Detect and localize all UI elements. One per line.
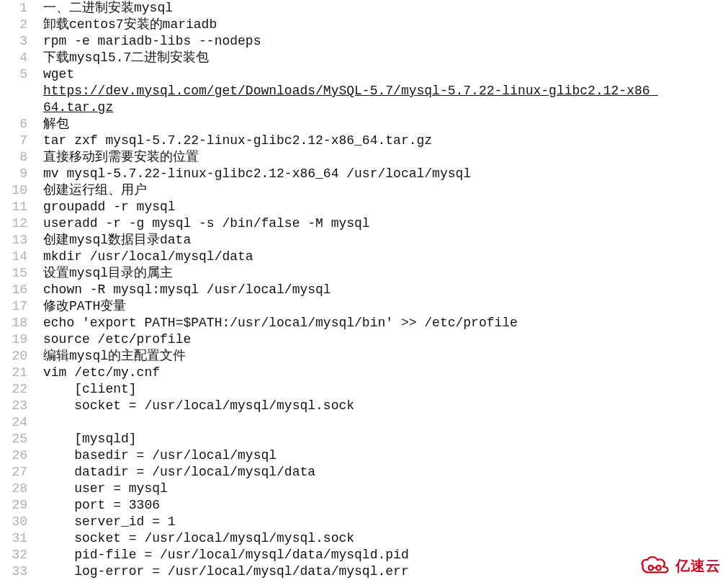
code-line: 创建运行组、用户 xyxy=(43,182,728,199)
code-line: datadir = /usr/local/mysql/data xyxy=(43,464,728,481)
line-number: 13 xyxy=(0,232,27,249)
line-number: 9 xyxy=(0,166,27,182)
code-line: rpm -e mariadb-libs --nodeps xyxy=(43,33,728,50)
line-number: 6 xyxy=(0,116,27,133)
line-number: 12 xyxy=(0,215,27,232)
code-line: 下载mysql5.7二进制安装包 xyxy=(43,50,728,66)
code-line: mv mysql-5.7.22-linux-glibc2.12-x86_64 /… xyxy=(43,166,728,182)
code-line: 直接移动到需要安装的位置 xyxy=(43,149,728,166)
line-number: 33 xyxy=(0,563,27,580)
code-line: source /etc/profile xyxy=(43,331,728,348)
line-number-continuation xyxy=(0,83,27,99)
code-line: [client] xyxy=(43,381,728,398)
code-editor: 1234567891011121314151617181920212223242… xyxy=(0,0,728,580)
cloud-logo-icon xyxy=(638,556,673,576)
code-line: mkdir /usr/local/mysql/data xyxy=(43,249,728,265)
line-number: 22 xyxy=(0,381,27,398)
line-number: 7 xyxy=(0,133,27,149)
line-number: 8 xyxy=(0,149,27,166)
line-number: 26 xyxy=(0,447,27,464)
code-line: basedir = /usr/local/mysql xyxy=(43,447,728,464)
code-line: user = mysql xyxy=(43,481,728,497)
line-number: 23 xyxy=(0,398,27,414)
code-line: groupadd -r mysql xyxy=(43,199,728,215)
line-number: 17 xyxy=(0,298,27,315)
code-line: 修改PATH变量 xyxy=(43,298,728,315)
code-line: 编辑mysql的主配置文件 xyxy=(43,348,728,365)
code-content: 一、二进制安装mysql卸载centos7安装的mariadbrpm -e ma… xyxy=(35,0,728,580)
code-line: chown -R mysql:mysql /usr/local/mysql xyxy=(43,282,728,298)
code-line xyxy=(43,414,728,431)
code-line: 设置mysql目录的属主 xyxy=(43,265,728,282)
code-line: 解包 xyxy=(43,116,728,133)
code-line: 创建mysql数据目录data xyxy=(43,232,728,249)
line-number: 21 xyxy=(0,365,27,381)
line-number: 29 xyxy=(0,497,27,514)
line-number: 3 xyxy=(0,33,27,50)
code-line: wget xyxy=(43,66,728,83)
download-url-link[interactable]: 64.tar.gz xyxy=(43,100,113,115)
line-number: 10 xyxy=(0,182,27,199)
line-number: 24 xyxy=(0,414,27,431)
code-line: log-error = /usr/local/mysql/data/mysql.… xyxy=(43,563,728,580)
code-line: port = 3306 xyxy=(43,497,728,514)
line-number: 31 xyxy=(0,530,27,547)
line-number: 1 xyxy=(0,0,27,17)
watermark: 亿速云 xyxy=(638,556,721,576)
line-number: 11 xyxy=(0,199,27,215)
line-number-continuation xyxy=(0,99,27,116)
code-line: vim /etc/my.cnf xyxy=(43,365,728,381)
line-number: 27 xyxy=(0,464,27,481)
line-number: 14 xyxy=(0,249,27,265)
code-line: useradd -r -g mysql -s /bin/false -M mys… xyxy=(43,215,728,232)
line-number: 16 xyxy=(0,282,27,298)
svg-point-1 xyxy=(657,566,661,570)
line-number: 15 xyxy=(0,265,27,282)
code-line: https://dev.mysql.com/get/Downloads/MySQ… xyxy=(43,83,728,99)
line-number: 25 xyxy=(0,431,27,447)
code-line: socket = /usr/local/mysql/mysql.sock xyxy=(43,398,728,414)
line-number: 28 xyxy=(0,481,27,497)
code-line: 64.tar.gz xyxy=(43,99,728,116)
code-line: tar zxf mysql-5.7.22-linux-glibc2.12-x86… xyxy=(43,133,728,149)
code-line: 一、二进制安装mysql xyxy=(43,0,728,17)
download-url-link[interactable]: https://dev.mysql.com/get/Downloads/MySQ… xyxy=(43,84,657,98)
code-line: 卸载centos7安装的mariadb xyxy=(43,17,728,33)
line-number: 5 xyxy=(0,66,27,83)
code-line: [mysqld] xyxy=(43,431,728,447)
watermark-text: 亿速云 xyxy=(675,558,721,574)
line-number: 18 xyxy=(0,315,27,331)
code-line: pid-file = /usr/local/mysql/data/mysqld.… xyxy=(43,547,728,563)
line-number: 2 xyxy=(0,17,27,33)
line-number: 19 xyxy=(0,331,27,348)
line-number: 4 xyxy=(0,50,27,66)
line-number: 32 xyxy=(0,547,27,563)
code-line: socket = /usr/local/mysql/mysql.sock xyxy=(43,530,728,547)
line-number-gutter: 1234567891011121314151617181920212223242… xyxy=(0,0,35,580)
code-line: echo 'export PATH=$PATH:/usr/local/mysql… xyxy=(43,315,728,331)
line-number: 20 xyxy=(0,348,27,365)
svg-point-0 xyxy=(649,566,653,570)
code-line: server_id = 1 xyxy=(43,514,728,530)
line-number: 30 xyxy=(0,514,27,530)
